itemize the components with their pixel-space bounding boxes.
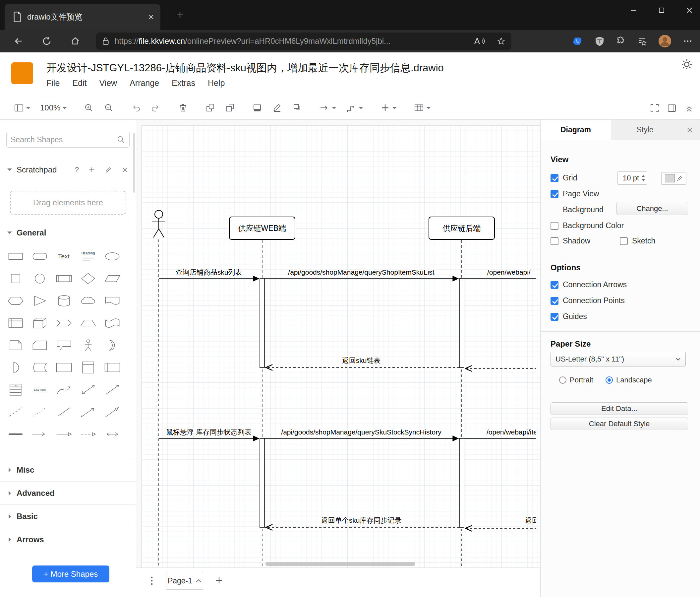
activation-backend-2[interactable]: [459, 438, 464, 527]
shape-triangle[interactable]: [27, 290, 52, 312]
activation-web-1[interactable]: [260, 279, 265, 367]
menu-extras[interactable]: Extras: [172, 78, 195, 88]
shape-cloud[interactable]: [76, 290, 100, 312]
activation-backend-1[interactable]: [459, 279, 464, 367]
clear-default-style-button[interactable]: Clear Default Style: [551, 417, 688, 430]
shape-internal-storage[interactable]: [3, 312, 27, 334]
page-tab[interactable]: Page-1: [166, 572, 203, 590]
shape-heading[interactable]: Heading: [76, 245, 100, 267]
canvas[interactable]: 供应链WEB端 供应链后端: [136, 120, 540, 568]
more-shapes-button[interactable]: + More Shapes: [32, 566, 109, 582]
drawing-page[interactable]: 供应链WEB端 供应链后端: [142, 125, 540, 568]
redo-icon[interactable]: [151, 103, 161, 113]
shape-curve[interactable]: [52, 378, 76, 401]
grid-color-button[interactable]: [661, 172, 686, 185]
menu-view[interactable]: View: [99, 78, 117, 88]
shape-tape[interactable]: [100, 312, 124, 334]
window-maximize-icon[interactable]: [651, 0, 672, 21]
zoom-in-icon[interactable]: [84, 103, 94, 113]
shape-rectangle[interactable]: [3, 245, 27, 267]
read-aloud-icon[interactable]: A: [474, 36, 485, 46]
format-panel-close-icon[interactable]: [679, 120, 700, 140]
shape-ellipse[interactable]: [100, 245, 124, 267]
window-close-icon[interactable]: [679, 0, 700, 21]
menu-edit[interactable]: Edit: [72, 78, 86, 88]
shape-and[interactable]: [3, 356, 27, 378]
portrait-option[interactable]: Portrait: [559, 376, 593, 384]
shape-horizontal-container[interactable]: [100, 356, 124, 378]
shape-hexagon[interactable]: [3, 290, 27, 312]
grid-size-input[interactable]: 10 pt: [618, 171, 647, 185]
tab-close-icon[interactable]: [148, 14, 154, 20]
shape-diamond[interactable]: [76, 267, 100, 290]
refresh-icon[interactable]: [42, 36, 52, 46]
connection-arrows-checkbox[interactable]: [551, 281, 558, 289]
pages-menu-icon[interactable]: [148, 576, 156, 586]
scratchpad-drop-zone[interactable]: Drag elements here: [10, 191, 126, 215]
search-input[interactable]: [10, 135, 117, 144]
shape-diagonal-arrow[interactable]: [76, 401, 100, 423]
section-general[interactable]: General: [0, 222, 136, 243]
paper-size-select[interactable]: US-Letter (8,5" x 11"): [551, 352, 686, 366]
shape-rounded-rectangle[interactable]: [27, 245, 52, 267]
shape-cylinder[interactable]: [52, 290, 76, 312]
portrait-radio[interactable]: [559, 377, 567, 384]
new-tab-icon[interactable]: [176, 10, 184, 19]
shield-extension-icon[interactable]: [595, 36, 604, 46]
landscape-option[interactable]: Landscape: [605, 376, 652, 384]
shape-card[interactable]: [27, 334, 52, 356]
copilot-icon[interactable]: [573, 36, 583, 46]
menu-arrange[interactable]: Arrange: [130, 78, 159, 88]
settings-more-icon[interactable]: [683, 36, 693, 46]
shape-double-arrow[interactable]: [100, 423, 124, 445]
page-view-checkbox[interactable]: [551, 190, 558, 198]
shape-callout[interactable]: [52, 334, 76, 356]
shape-arrow[interactable]: [100, 378, 124, 401]
view-panels-button[interactable]: [14, 103, 30, 113]
shape-note[interactable]: [3, 334, 27, 356]
tab-diagram[interactable]: Diagram: [541, 120, 611, 140]
search-shapes-box[interactable]: [6, 132, 130, 148]
shape-link[interactable]: [3, 423, 27, 445]
horizontal-scrollbar[interactable]: [266, 562, 415, 566]
shape-cube[interactable]: [27, 312, 52, 334]
zoom-out-icon[interactable]: [104, 103, 114, 113]
shape-dashed-arrow[interactable]: [76, 423, 100, 445]
shape-dotted-line[interactable]: [27, 401, 52, 423]
browser-tab[interactable]: drawio文件预览: [5, 4, 160, 30]
favorite-star-icon[interactable]: [497, 37, 505, 45]
fill-color-icon[interactable]: [252, 103, 262, 113]
guides-checkbox[interactable]: [551, 313, 558, 321]
theme-sun-icon[interactable]: [681, 58, 693, 70]
menu-file[interactable]: File: [46, 78, 60, 88]
sketch-checkbox[interactable]: [620, 237, 628, 245]
shape-dashed-line[interactable]: [3, 401, 27, 423]
shape-list-item[interactable]: List Item: [27, 378, 52, 401]
undo-icon[interactable]: [131, 103, 141, 113]
grid-size-stepper[interactable]: [641, 175, 647, 182]
shape-data-storage[interactable]: [27, 356, 52, 378]
scratchpad-add-icon[interactable]: [88, 166, 96, 173]
fullscreen-icon[interactable]: [650, 103, 659, 113]
favorites-hub-icon[interactable]: [637, 36, 647, 46]
change-background-button[interactable]: Change...: [617, 202, 688, 215]
tab-style[interactable]: Style: [611, 120, 679, 140]
shape-diagonal-open-arrow[interactable]: [100, 401, 124, 423]
actor-figure[interactable]: [152, 210, 166, 237]
add-page-icon[interactable]: [215, 576, 224, 585]
landscape-radio[interactable]: [605, 377, 613, 384]
shadow-icon[interactable]: [292, 103, 302, 113]
shape-circle[interactable]: [27, 267, 52, 290]
zoom-dropdown[interactable]: 100%: [40, 103, 67, 113]
profile-avatar[interactable]: [658, 34, 672, 48]
scratchpad-edit-pencil-icon[interactable]: [105, 166, 112, 173]
shadow-checkbox[interactable]: [551, 237, 558, 245]
scratchpad-close-icon[interactable]: [121, 166, 129, 173]
shape-line[interactable]: [52, 401, 76, 423]
section-misc[interactable]: Misc: [0, 458, 136, 481]
shape-container[interactable]: [52, 356, 76, 378]
shape-trapezoid[interactable]: [76, 312, 100, 334]
delete-icon[interactable]: [178, 103, 188, 113]
url-field[interactable]: https://file.kkview.cn/onlinePreview?url…: [96, 32, 511, 50]
shape-text[interactable]: Text: [52, 245, 76, 267]
